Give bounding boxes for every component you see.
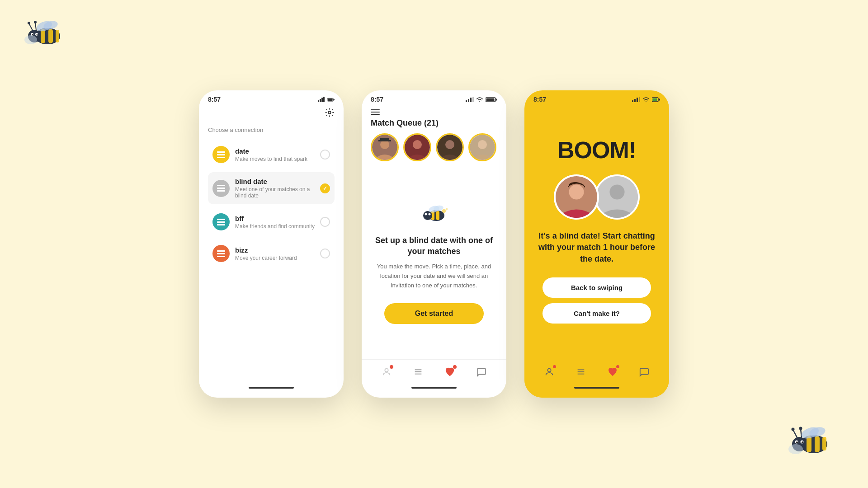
svg-rect-36: [323, 97, 325, 102]
svg-point-64: [429, 213, 431, 216]
phone3-profile-dot: [553, 365, 556, 368]
connection-item-date[interactable]: date Make moves to find that spark: [208, 141, 335, 169]
svg-point-24: [796, 441, 798, 443]
wifi-icon-3: [642, 97, 650, 102]
svg-rect-41: [466, 100, 467, 102]
bff-desc: Make friends and find community: [235, 223, 320, 230]
get-started-button[interactable]: Get started: [384, 303, 484, 324]
svg-rect-73: [632, 100, 633, 102]
svg-rect-47: [486, 99, 495, 101]
bizz-name: bizz: [235, 246, 320, 254]
svg-rect-50: [380, 138, 389, 140]
connection-item-bff[interactable]: bff Make friends and find community: [208, 208, 335, 236]
svg-rect-51: [378, 140, 391, 141]
boom-content: BOOM!: [524, 106, 669, 360]
phone2-status-bar: 8:57: [362, 90, 506, 106]
likes-notification-dot: [453, 365, 457, 369]
phone3-likes-dot: [616, 365, 619, 368]
phones-container: 8:57: [199, 90, 669, 398]
hamburger-menu[interactable]: [371, 109, 380, 115]
blind-date-setup-desc: You make the move. Pick a time, place, a…: [371, 262, 497, 290]
boom-title: BOOM!: [557, 136, 636, 164]
phone2-main-content: Set up a blind date with one of your mat…: [362, 167, 506, 359]
svg-point-12: [28, 22, 30, 24]
phone1-time: 8:57: [208, 96, 221, 103]
svg-point-63: [425, 213, 427, 216]
date-icon: [212, 146, 230, 163]
bee-decoration-top-left: [23, 14, 68, 56]
phone1-home-indicator: [249, 387, 294, 389]
back-to-swiping-button[interactable]: Back to swiping: [542, 277, 651, 298]
phone3-bottom-bar: [524, 382, 669, 398]
svg-point-16: [24, 35, 37, 44]
nav3-messages-icon[interactable]: [637, 365, 651, 379]
bee-illustration: [420, 202, 448, 226]
phone1-status-bar: 8:57: [199, 90, 344, 106]
phone3-status-bar: 8:57: [524, 90, 669, 106]
svg-rect-3: [48, 29, 53, 43]
blind-date-radio[interactable]: [320, 183, 330, 193]
avatar-4[interactable]: [468, 133, 496, 161]
svg-rect-74: [634, 99, 636, 102]
svg-point-9: [37, 34, 38, 36]
boom-description: It's a blind date! Start chatting with y…: [533, 230, 660, 265]
svg-rect-78: [659, 99, 660, 101]
avatar-1[interactable]: [371, 133, 399, 161]
svg-point-40: [328, 111, 331, 114]
svg-point-53: [413, 140, 422, 149]
bizz-radio[interactable]: [320, 249, 330, 258]
svg-point-32: [788, 444, 803, 454]
svg-point-29: [799, 427, 802, 430]
svg-rect-33: [318, 100, 319, 102]
svg-line-11: [35, 23, 36, 30]
blind-date-icon: [212, 180, 230, 197]
svg-rect-75: [637, 98, 638, 102]
date-name: date: [235, 147, 320, 155]
phone2-header: Match Queue (21): [362, 106, 506, 167]
nav-matches-icon[interactable]: [411, 365, 425, 379]
svg-rect-19: [815, 436, 820, 452]
bff-radio[interactable]: [320, 217, 330, 227]
bff-icon: [212, 213, 230, 230]
phone-2-match-queue: 8:57: [362, 90, 506, 398]
svg-point-83: [609, 185, 624, 200]
nav-likes-icon[interactable]: [443, 365, 457, 379]
svg-point-69: [385, 369, 388, 372]
date-radio[interactable]: [320, 150, 330, 160]
svg-point-8: [32, 34, 33, 36]
svg-rect-38: [334, 99, 335, 100]
blind-date-setup-title: Set up a blind date with one of your mat…: [371, 235, 497, 257]
settings-icon[interactable]: [325, 108, 335, 117]
avatar-2[interactable]: [403, 133, 431, 161]
blind-date-desc: Meet one of your matches on a blind date: [235, 186, 320, 199]
svg-rect-4: [56, 30, 59, 42]
svg-line-27: [801, 429, 802, 437]
choose-label: Choose a connection: [208, 127, 335, 133]
bee-decoration-bottom-right: [787, 421, 836, 465]
phone3-status-icons: [632, 97, 660, 102]
phone2-time: 8:57: [371, 96, 383, 103]
svg-rect-20: [822, 437, 826, 450]
signal-icon-3: [632, 97, 640, 102]
phone2-bottom-nav: [362, 359, 506, 382]
nav3-matches-icon[interactable]: [574, 365, 588, 379]
phone-1-connection-chooser: 8:57: [199, 90, 344, 398]
nav-messages-icon[interactable]: [475, 365, 488, 379]
wifi-icon: [318, 97, 325, 102]
svg-point-55: [445, 140, 454, 149]
svg-point-67: [442, 209, 446, 213]
avatar-3[interactable]: [436, 133, 464, 161]
svg-rect-44: [472, 97, 474, 102]
connection-item-bizz[interactable]: bizz Move your career forward: [208, 239, 335, 267]
nav3-profile-icon[interactable]: [542, 365, 556, 379]
connection-item-blind-date[interactable]: blind date Meet one of your matches on a…: [208, 172, 335, 204]
cant-make-it-button[interactable]: Can't make it?: [542, 303, 651, 324]
nav3-likes-icon[interactable]: [606, 365, 619, 379]
nav-profile-icon[interactable]: [380, 365, 393, 379]
svg-rect-76: [639, 97, 640, 102]
date-desc: Make moves to find that spark: [235, 156, 320, 162]
phone3-bottom-nav: [524, 360, 669, 382]
svg-rect-43: [470, 98, 472, 102]
svg-rect-35: [321, 98, 323, 102]
svg-rect-79: [653, 99, 657, 101]
